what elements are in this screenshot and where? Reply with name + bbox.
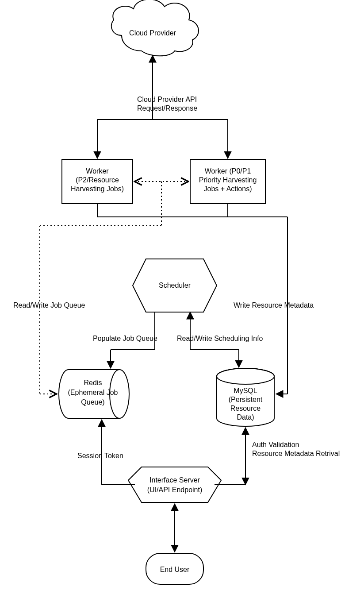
interface-label-1: Interface Server xyxy=(149,476,200,484)
cloud-provider-node: Cloud Provider xyxy=(111,0,199,56)
worker-a-label-2: (P2/Resource xyxy=(76,176,119,184)
edge-interface-mysql: Auth Validation Resource Metadata Retriv… xyxy=(215,428,340,485)
edge-cloud-workers: Cloud Provider API Request/Response xyxy=(97,55,228,158)
edge-rw-jobqueue-label: Read/Write Job Queue xyxy=(13,301,85,309)
mysql-label-3: Resource xyxy=(230,405,261,412)
edge-interface-redis: Session Token xyxy=(77,420,135,485)
mysql-label-1: MySQL xyxy=(234,387,257,394)
scheduler-label: Scheduler xyxy=(159,282,191,289)
redis-label-2: (Ephemeral Job xyxy=(68,389,118,396)
worker-a-label-3: Harvesting Jobs) xyxy=(71,185,124,193)
edge-scheduler-mysql: Read/Write Scheduling Info xyxy=(177,312,263,367)
worker-b-label-3: Jobs + Actions) xyxy=(204,185,252,193)
interface-label-2: (UI/API Endpoint) xyxy=(147,486,203,494)
worker-a-label-1: Worker xyxy=(86,167,109,175)
worker-b-node: Worker (P0/P1 Priority Harvesting Jobs +… xyxy=(190,159,265,204)
interface-server-node: Interface Server (UI/API Endpoint) xyxy=(128,467,221,502)
mysql-label-4: Data) xyxy=(237,413,254,421)
edge-session-label: Session Token xyxy=(77,452,123,459)
edge-auth-label-2: Resource Metadata Retrival xyxy=(252,450,340,457)
edge-populate-label: Populate Job Queue xyxy=(93,335,157,342)
architecture-diagram: Cloud Provider Worker (P2/Resource Harve… xyxy=(0,0,364,602)
worker-b-label-1: Worker (P0/P1 xyxy=(205,167,251,175)
edge-rw-sched-label: Read/Write Scheduling Info xyxy=(177,335,263,342)
edge-auth-label-1: Auth Validation xyxy=(252,441,299,448)
worker-a-node: Worker (P2/Resource Harvesting Jobs) xyxy=(62,159,133,204)
mysql-node: MySQL (Persistent Resource Data) xyxy=(217,368,274,426)
cloud-provider-label: Cloud Provider xyxy=(129,29,176,37)
scheduler-node: Scheduler xyxy=(133,259,217,312)
svg-marker-4 xyxy=(128,467,221,502)
edge-write-meta-label: Write Resource Metadata xyxy=(234,301,314,309)
end-user-label: End User xyxy=(160,566,190,573)
redis-label-1: Redis xyxy=(84,379,102,386)
redis-label-3: Queue) xyxy=(81,398,104,406)
mysql-label-2: (Persistent xyxy=(229,396,263,403)
edge-cloud-label-1: Cloud Provider API xyxy=(137,96,197,103)
worker-b-label-2: Priority Harvesting xyxy=(199,176,257,184)
redis-node: Redis (Ephemeral Job Queue) xyxy=(59,370,129,418)
edge-scheduler-redis: Populate Job Queue xyxy=(93,312,157,368)
edge-cloud-label-2: Request/Response xyxy=(137,104,197,112)
end-user-node: End User xyxy=(146,553,203,584)
